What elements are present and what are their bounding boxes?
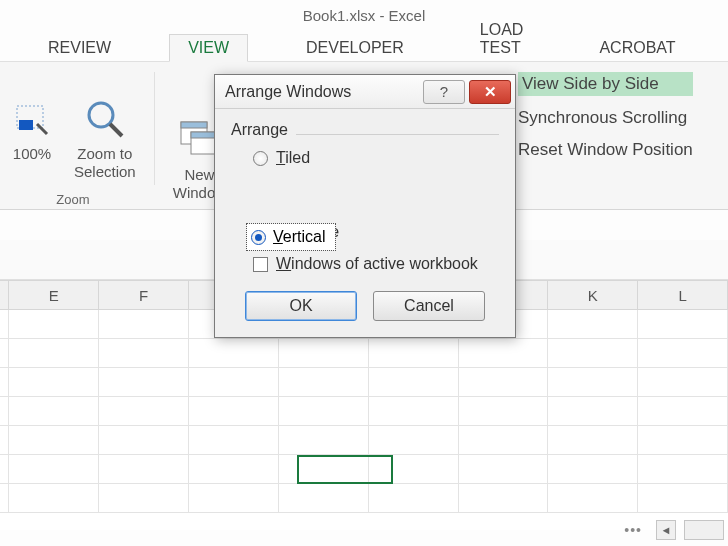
radio-vertical-label: Vertical — [273, 228, 325, 246]
tab-view[interactable]: VIEW — [169, 34, 248, 62]
checkbox-active-workbook[interactable]: Windows of active workbook — [253, 255, 499, 273]
column-header[interactable]: E — [9, 281, 99, 309]
checkbox-icon — [253, 257, 268, 272]
radio-icon — [251, 230, 266, 245]
close-icon: ✕ — [484, 83, 497, 101]
magnifier-icon — [83, 97, 127, 141]
svg-point-2 — [89, 103, 113, 127]
horizontal-scrollbar[interactable]: ••• ◄ — [624, 520, 724, 540]
column-header[interactable]: K — [548, 281, 638, 309]
window-side-options: View Side by Side Synchronous Scrolling … — [518, 72, 693, 160]
cancel-button[interactable]: Cancel — [373, 291, 485, 321]
ribbon-tabs: REVIEW VIEW DEVELOPER LOAD TEST ACROBAT … — [0, 30, 728, 62]
zoom-100-label: 100% — [13, 145, 51, 164]
group-label-zoom: Zoom — [0, 186, 146, 207]
arrange-windows-dialog: Arrange Windows ? ✕ Arrange Tiled Horizo… — [214, 74, 516, 338]
tab-developer[interactable]: DEVELOPER — [288, 35, 422, 61]
tab-review[interactable]: REVIEW — [30, 35, 129, 61]
scroll-left-icon[interactable]: ◄ — [656, 520, 676, 540]
sheet-nav-dots-icon[interactable]: ••• — [624, 522, 642, 538]
zoom-to-selection-button[interactable]: Zoom to Selection — [64, 93, 146, 187]
radio-tiled[interactable]: Tiled — [253, 149, 499, 167]
column-header[interactable]: F — [99, 281, 189, 309]
tab-load-test[interactable]: LOAD TEST — [462, 17, 542, 61]
arrange-group-label: Arrange — [231, 121, 288, 139]
ok-button[interactable]: OK — [245, 291, 357, 321]
zoom-100-icon — [10, 97, 54, 141]
dialog-titlebar[interactable]: Arrange Windows ? ✕ — [215, 75, 515, 109]
dialog-title: Arrange Windows — [225, 83, 419, 101]
scroll-track[interactable] — [684, 520, 724, 540]
zoom-to-selection-label: Zoom to Selection — [74, 145, 136, 183]
svg-rect-1 — [19, 120, 33, 130]
dialog-close-button[interactable]: ✕ — [469, 80, 511, 104]
window-title: Book1.xlsx - Excel — [303, 7, 426, 24]
column-header[interactable] — [0, 281, 9, 309]
radio-tiled-label: Tiled — [276, 149, 310, 167]
help-icon: ? — [440, 83, 448, 100]
view-side-by-side-button[interactable]: View Side by Side — [518, 72, 693, 96]
checkbox-label: Windows of active workbook — [276, 255, 478, 273]
column-header[interactable]: L — [638, 281, 728, 309]
svg-rect-4 — [181, 122, 207, 128]
active-cell[interactable] — [297, 455, 393, 484]
radio-vertical[interactable]: Vertical — [247, 224, 335, 250]
tab-acrobat[interactable]: ACROBAT — [581, 35, 693, 61]
synchronous-scrolling-button[interactable]: Synchronous Scrolling — [518, 108, 693, 128]
radio-icon — [253, 151, 268, 166]
dialog-help-button[interactable]: ? — [423, 80, 465, 104]
grid[interactable] — [0, 310, 728, 530]
zoom-100-button[interactable]: 100% — [0, 93, 64, 187]
reset-window-position-button[interactable]: Reset Window Position — [518, 140, 693, 160]
window-titlebar: Book1.xlsx - Excel — [0, 0, 728, 30]
